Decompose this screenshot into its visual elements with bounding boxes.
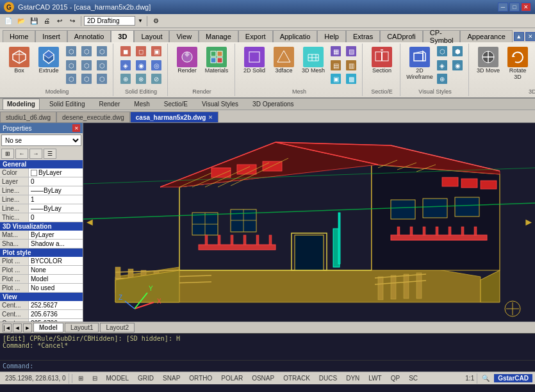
section-item-mesh[interactable]: Mesh (129, 99, 154, 110)
tab-insert[interactable]: Insert (35, 30, 67, 42)
modeling-small-8[interactable]: ⬡ (79, 72, 94, 85)
scroll-right-button[interactable]: ► (523, 216, 534, 228)
minimize-button[interactable]: ─ (498, 3, 508, 12)
3dmove-button[interactable]: 3D Move (474, 45, 502, 76)
se-small-2[interactable]: ◻ (134, 45, 148, 58)
properties-close-button[interactable]: ✕ (72, 124, 80, 132)
3dmesh-button[interactable]: 3D Mesh (299, 45, 327, 76)
status-qp-button[interactable]: QP (388, 373, 403, 384)
status-snap-toggle[interactable]: SNAP (160, 373, 183, 384)
status-sc-button[interactable]: SC (406, 373, 421, 384)
section-item-render[interactable]: Render (94, 99, 124, 110)
prop-nav-forward[interactable]: → (29, 149, 42, 159)
print-button[interactable]: 🖨 (41, 15, 53, 27)
save-button[interactable]: 💾 (28, 15, 40, 27)
prop-value-cent2[interactable]: 205.6736 (29, 310, 83, 318)
status-ortho-button[interactable]: ORTHO (186, 373, 215, 384)
options-button[interactable]: ⚙ (150, 15, 161, 27)
drawing-tab-close[interactable]: ✕ (208, 115, 213, 120)
prop-value-plot2[interactable]: None (29, 266, 83, 274)
mesh-small-4[interactable]: ▥ (344, 59, 358, 72)
section-button[interactable]: Section (368, 45, 396, 76)
scroll-left-button[interactable]: ◄ (85, 216, 95, 228)
prop-value-thickness[interactable]: 0 (29, 213, 83, 222)
zoom-button[interactable]: 🔍 (479, 373, 493, 384)
se-small-8[interactable]: ⊗ (134, 72, 148, 85)
tab-export[interactable]: Export (238, 30, 273, 42)
status-model-button[interactable]: MODEL (103, 373, 133, 384)
layout-nav-prev[interactable]: ◄ (13, 323, 22, 332)
se-small-1[interactable]: ◼ (119, 45, 133, 58)
canvas-area[interactable]: X Y Z ◄ ► (83, 123, 535, 322)
se-small-4[interactable]: ◈ (119, 59, 133, 72)
se-small-7[interactable]: ⊕ (119, 72, 133, 85)
prop-value-cent1[interactable]: 252.5627 (29, 301, 83, 309)
3dface-button[interactable]: 3dface (270, 45, 298, 76)
materials-button[interactable]: Materials (202, 45, 231, 76)
open-file-button[interactable]: 📂 (15, 15, 27, 27)
modeling-small-7[interactable]: ⬡ (64, 72, 78, 85)
mesh-small-6[interactable]: ▩ (344, 72, 358, 85)
tab-annotatio[interactable]: Annotatio (67, 30, 111, 42)
tab-extras[interactable]: Extras (346, 30, 380, 42)
undo-button[interactable]: ↩ (54, 15, 65, 27)
command-input[interactable] (36, 363, 532, 370)
prop-value-color[interactable]: ByLayer (29, 168, 83, 177)
tab-appearance[interactable]: Appearance (460, 30, 512, 42)
layout-tab-model[interactable]: Model (33, 323, 63, 332)
status-grid-button[interactable]: ⊟ (89, 373, 101, 384)
mesh-small-5[interactable]: ▣ (329, 72, 343, 85)
box-button[interactable]: Box (5, 45, 33, 76)
layout-tab-layout2[interactable]: Layout2 (100, 323, 135, 332)
prop-value-cent3[interactable]: 205.6736 (29, 319, 83, 322)
section-item-solid-editing[interactable]: Solid Editing (45, 99, 90, 110)
vs-small-3[interactable]: ◈ (435, 59, 449, 72)
workspace-dropdown-button[interactable]: ▼ (136, 15, 144, 27)
se-small-3[interactable]: ▣ (149, 45, 163, 58)
modeling-small-3[interactable]: ⬡ (95, 45, 109, 58)
status-lwt-button[interactable]: LWT (365, 373, 384, 384)
prop-value-plot3[interactable]: Model (29, 275, 83, 283)
layout-tab-layout1[interactable]: Layout1 (65, 323, 99, 332)
prop-value-linetype1[interactable]: ——ByLay (29, 186, 83, 195)
se-small-5[interactable]: ◉ (134, 59, 148, 72)
2dwireframe-button[interactable]: 2D Wireframe (406, 45, 434, 83)
rotate3d-button[interactable]: Rotate 3D (504, 45, 532, 83)
title-controls[interactable]: ─ □ ✕ (498, 3, 531, 12)
tab-cadprofi[interactable]: CADprofi (380, 30, 423, 42)
prop-value-material[interactable]: ByLayer (29, 231, 83, 239)
status-ducs-button[interactable]: DUCS (316, 373, 340, 384)
workspace-selector[interactable]: 2D Drafting (84, 16, 135, 26)
modeling-small-5[interactable]: ⬡ (79, 59, 94, 72)
prop-value-shadow[interactable]: Shadow a... (29, 240, 83, 248)
modeling-small-6[interactable]: ⬡ (95, 59, 109, 72)
section-item-section[interactable]: Sectio/E (160, 99, 192, 110)
prop-value-plot4[interactable]: No used (29, 284, 83, 292)
modeling-small-1[interactable]: ⬡ (64, 45, 78, 58)
redo-button[interactable]: ↪ (67, 15, 78, 27)
vs-small-4[interactable]: ◉ (450, 59, 465, 72)
render-button[interactable]: Render (173, 45, 201, 76)
vs-small-1[interactable]: ⬡ (435, 45, 449, 58)
ribbon-minimize-button[interactable]: ▲ (514, 32, 524, 41)
section-item-visual-styles[interactable]: Visual Styles (197, 99, 243, 110)
tab-applicatio[interactable]: Applicatio (273, 30, 318, 42)
prop-nav-toggle[interactable]: ⊞ (1, 149, 14, 159)
status-polar-button[interactable]: POLAR (218, 373, 246, 384)
section-item-3d-ops[interactable]: 3D Operations (248, 99, 298, 110)
prop-nav-back[interactable]: ← (15, 149, 28, 159)
tab-manage[interactable]: Manage (199, 30, 238, 42)
tab-home[interactable]: Home (3, 30, 35, 42)
status-osnap-button[interactable]: OSNAP (249, 373, 277, 384)
tab-view[interactable]: View (169, 30, 199, 42)
close-button[interactable]: ✕ (521, 3, 531, 12)
se-small-9[interactable]: ⊘ (149, 72, 163, 85)
prop-value-layer[interactable]: 0 (29, 177, 83, 186)
status-dyn-button[interactable]: DYN (343, 373, 363, 384)
prop-value-plot1[interactable]: BYCOLOR (29, 257, 83, 265)
2dsolid-button[interactable]: 2D Solid (240, 45, 268, 76)
section-item-modeling[interactable]: Modeling (3, 99, 40, 110)
tab-help[interactable]: Help (317, 30, 346, 42)
vs-small-2[interactable]: ⬢ (450, 45, 465, 58)
ribbon-close-button[interactable]: ✕ (525, 32, 535, 41)
